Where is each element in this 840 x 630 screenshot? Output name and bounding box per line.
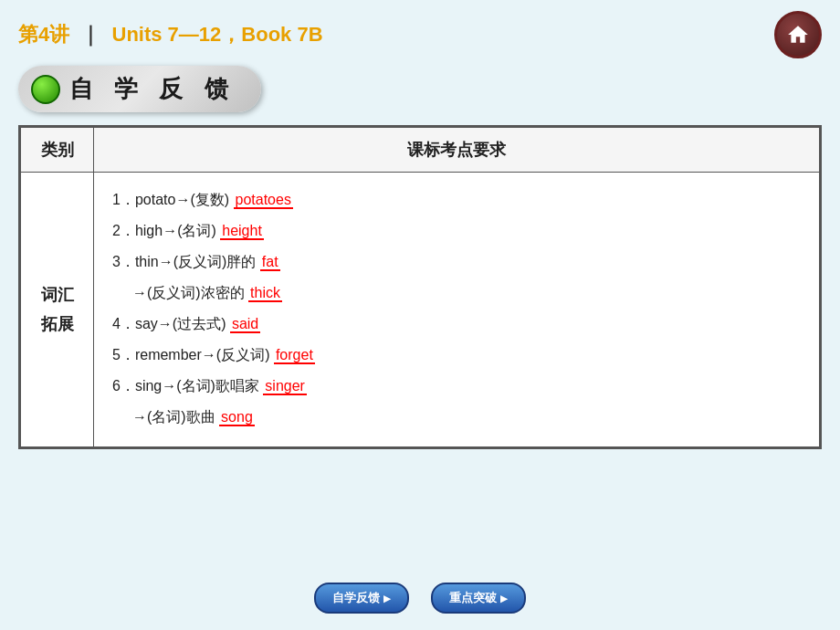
item-text: remember→(反义词) forget [135,341,315,370]
self-study-button[interactable]: 自学反馈 [314,583,409,614]
banner-label: 自 学 反 馈 [69,73,236,105]
key-points-button[interactable]: 重点突破 [431,583,526,614]
answer-height: height [220,223,264,240]
home-button[interactable] [774,11,822,58]
answer-song: song [219,409,255,426]
answer-potatoes: potatoes [234,192,293,209]
item-text: say→(过去式) said [135,310,260,339]
list-item: 6． sing→(名词)歌唱家 singer [112,372,801,401]
list-item: 2． high→(名词) height [112,216,801,246]
answer-singer: singer [263,378,307,395]
list-item: 4． say→(过去式) said [112,310,801,339]
banner-pill: 自 学 反 馈 [18,66,261,112]
main-table-container: 类别 课标考点要求 词汇拓展 1． potato→(复数) potatoes 2… [18,125,822,449]
table-row: 词汇拓展 1． potato→(复数) potatoes 2． high→(名词… [21,173,820,447]
item-num: 1． [112,185,135,215]
list-item: →(反义词)浓密的 thick [112,278,801,308]
item-num: 2． [112,216,135,246]
answer-forget: forget [274,347,315,364]
home-icon [786,23,810,47]
item-text: potato→(复数) potatoes [135,185,293,215]
separator: ｜ [80,23,100,46]
lecture-subtitle: Units 7—12，Book 7B [112,23,323,46]
item-num: 4． [112,310,135,339]
item-num: 3． [112,247,135,277]
item-num: 6． [112,372,135,401]
answer-fat: fat [260,254,280,271]
section-banner: 自 学 反 馈 [18,66,822,112]
category-label: 词汇拓展 [21,173,94,447]
header-title: 第4讲 ｜ Units 7—12，Book 7B [18,21,323,48]
item-text: thin→(反义词)胖的 fat [135,247,280,277]
list-item: 1． potato→(复数) potatoes [112,185,801,215]
key-points-label: 重点突破 [449,590,497,606]
answer-said: said [230,316,260,333]
list-item: →(名词)歌曲 song [112,403,801,432]
item-text: →(名词)歌曲 song [132,403,255,432]
item-num: 5． [112,341,135,370]
item-text: high→(名词) height [135,216,264,246]
col2-header: 课标考点要求 [94,128,820,173]
self-study-label: 自学反馈 [332,590,380,606]
list-item: 5． remember→(反义词) forget [112,341,801,370]
green-circle-icon [31,75,60,104]
item-text: sing→(名词)歌唱家 singer [135,372,307,401]
list-item: 3． thin→(反义词)胖的 fat [112,247,801,277]
content-table: 类别 课标考点要求 词汇拓展 1． potato→(复数) potatoes 2… [20,127,820,447]
answer-thick: thick [248,285,282,302]
content-cell: 1． potato→(复数) potatoes 2． high→(名词) hei… [94,173,820,447]
bottom-nav: 自学反馈 重点突破 [0,583,840,614]
lecture-number: 第4讲 [18,23,69,46]
header: 第4讲 ｜ Units 7—12，Book 7B [0,0,840,66]
col1-header: 类别 [21,128,94,173]
item-text: →(反义词)浓密的 thick [132,278,282,308]
